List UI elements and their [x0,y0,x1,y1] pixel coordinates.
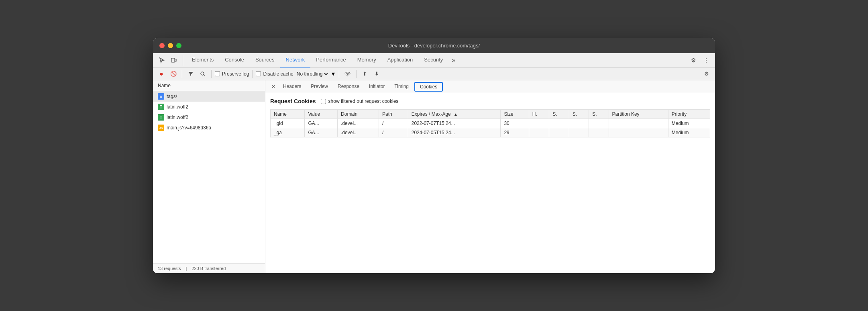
col-header-expires[interactable]: Expires / Max-Age ▲ [408,110,501,119]
minimize-button[interactable] [168,43,173,48]
col-header-h[interactable]: H. [529,110,549,119]
tab-elements[interactable]: Elements [186,53,219,68]
col-header-s2[interactable]: S. [569,110,589,119]
cookie-row-gid[interactable]: _gid GA... .devel... / 2022-07-07T15:24.… [271,119,710,128]
cookies-table-head: Name Value Domain Path Expires / Max-Age… [271,110,710,119]
disable-cache-label[interactable]: Disable cache [256,71,293,77]
col-header-s3[interactable]: S. [589,110,609,119]
tab-overflow[interactable]: » [448,57,458,64]
cursor-icon[interactable] [156,55,167,66]
main-content: Name ≡ tags/ T latin.woff2 T latin.woff2… [153,80,715,273]
toolbar-sep-2 [211,70,212,78]
cell-s2-gid [569,119,589,128]
throttle-arrow-icon: ▾ [332,70,335,78]
cookies-content: Request Cookies show filtered out reques… [265,93,715,273]
download-icon[interactable]: ⬇ [372,69,382,79]
disable-cache-checkbox[interactable] [256,71,261,76]
svg-point-4 [347,76,348,76]
traffic-lights [159,43,181,48]
close-detail-button[interactable]: × [269,82,278,92]
toolbar-sep-5 [356,70,357,78]
status-transferred: 220 B transferred [192,266,226,271]
settings-icon[interactable]: ⚙ [688,55,699,66]
tab-sources[interactable]: Sources [250,53,280,68]
main-tab-list: Elements Console Sources Network Perform… [186,53,688,68]
cell-s3-ga [589,128,609,137]
file-item-mainjs[interactable]: JS main.js?v=6498d36a [153,123,265,133]
preserve-log-checkbox[interactable] [215,71,220,76]
devtools-window: DevTools - developer.chrome.com/tags/ El… [153,38,715,273]
request-cookies-header: Request Cookies show filtered out reques… [270,98,710,104]
cell-size-ga: 29 [501,128,529,137]
file-item-latin1[interactable]: T latin.woff2 [153,102,265,112]
device-toggle-icon[interactable] [168,55,179,66]
cell-value-gid: GA... [305,119,338,128]
col-header-name[interactable]: Name [271,110,305,119]
cell-s1-gid [549,119,569,128]
col-header-value[interactable]: Value [305,110,338,119]
html-file-icon: ≡ [158,93,164,100]
preserve-log-label[interactable]: Preserve log [215,71,249,77]
wifi-icon[interactable] [342,69,353,79]
upload-icon[interactable]: ⬆ [360,69,370,79]
tab-network[interactable]: Network [280,53,311,68]
close-button[interactable] [159,43,165,48]
svg-line-3 [204,75,205,76]
col-header-domain[interactable]: Domain [338,110,379,119]
tab-security[interactable]: Security [418,53,448,68]
devtools-gear-group: ⚙ ⋮ [688,55,712,66]
record-button[interactable]: ● [156,69,167,79]
file-item-latin2[interactable]: T latin.woff2 [153,112,265,123]
tab-performance[interactable]: Performance [310,53,351,68]
request-cookies-title: Request Cookies [270,98,316,104]
svg-point-2 [201,72,204,75]
tab-headers[interactable]: Headers [278,80,306,93]
svg-rect-1 [175,59,176,61]
col-header-priority[interactable]: Priority [668,110,710,119]
cell-expires-gid: 2022-07-07T15:24... [408,119,501,128]
cell-partition-key-ga [609,128,668,137]
cell-s3-gid [589,119,609,128]
throttle-select[interactable]: No throttling [295,71,329,77]
cookies-table-body: _gid GA... .devel... / 2022-07-07T15:24.… [271,119,710,137]
tab-response[interactable]: Response [333,80,364,93]
search-icon[interactable] [198,69,208,79]
tab-console[interactable]: Console [219,53,250,68]
network-toolbar: ● 🚫 Preserve log Disable cache No thrott… [153,68,715,80]
block-button[interactable]: 🚫 [168,69,179,79]
font-file-icon-2: T [158,114,164,121]
cell-partition-key-gid [609,119,668,128]
tab-application[interactable]: Application [382,53,419,68]
svg-rect-0 [171,58,175,62]
network-settings-icon[interactable]: ⚙ [701,69,712,79]
tab-initiator[interactable]: Initiator [364,80,389,93]
cell-expires-ga: 2024-07-05T15:24... [408,128,501,137]
col-header-s1[interactable]: S. [549,110,569,119]
cell-path-gid: / [379,119,408,128]
cell-h-ga [529,128,549,137]
file-item-tags[interactable]: ≡ tags/ [153,91,265,102]
maximize-button[interactable] [176,43,181,48]
tab-preview[interactable]: Preview [306,80,333,93]
show-filtered-label[interactable]: show filtered out request cookies [321,98,399,104]
file-name-latin1: latin.woff2 [167,104,188,110]
detail-panel: × Headers Preview Response Initiator Tim… [265,80,715,273]
status-bar: 13 requests | 220 B transferred [153,263,265,273]
title-bar: DevTools - developer.chrome.com/tags/ [153,38,715,53]
file-name-mainjs: main.js?v=6498d36a [167,125,211,131]
show-filtered-checkbox[interactable] [321,99,326,104]
cell-domain-ga: .devel... [338,128,379,137]
col-header-path[interactable]: Path [379,110,408,119]
devtools-icon-group [156,55,183,66]
cell-size-gid: 30 [501,119,529,128]
tab-memory[interactable]: Memory [352,53,382,68]
cookie-row-ga[interactable]: _ga GA... .devel... / 2024-07-05T15:24..… [271,128,710,137]
col-header-size[interactable]: Size [501,110,529,119]
tab-timing[interactable]: Timing [389,80,414,93]
tab-cookies[interactable]: Cookies [414,82,443,92]
file-name-tags: tags/ [167,94,177,99]
cell-priority-ga: Medium [668,128,710,137]
more-menu-icon[interactable]: ⋮ [701,55,712,66]
filter-icon[interactable] [185,69,196,79]
col-header-partition-key[interactable]: Partition Key [609,110,668,119]
